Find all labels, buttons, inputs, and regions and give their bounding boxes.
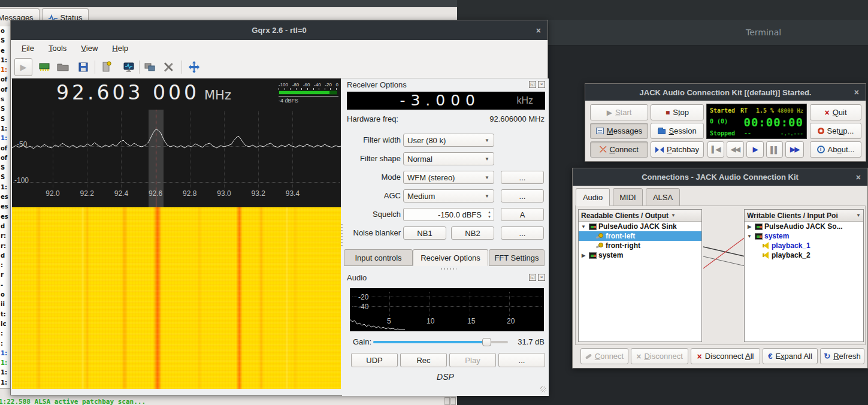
close-icon[interactable]: × — [856, 173, 861, 182]
resize-grip[interactable] — [540, 386, 546, 392]
writable-clients-header[interactable]: Writable Clients / Input Poi▼ — [745, 210, 863, 222]
tools-icon[interactable] — [162, 61, 175, 74]
squelch-auto-button[interactable]: A — [501, 208, 544, 221]
readable-clients-header[interactable]: Readable Clients / Output▼ — [579, 210, 701, 222]
transport-forward-button[interactable]: ▶▶ — [785, 141, 804, 158]
tree-item-system[interactable]: ▼system — [745, 231, 863, 241]
about-button[interactable]: iAbout... — [810, 141, 861, 158]
mode-combo[interactable]: WFM (stereo)▼ — [403, 171, 494, 184]
open-folder-icon[interactable] — [56, 61, 69, 74]
messages-button[interactable]: Messages — [590, 123, 648, 139]
offset-value[interactable]: -3.000 — [400, 92, 480, 109]
gqrx-menubar: FileToolsViewHelp — [11, 40, 548, 56]
filter-width-combo[interactable]: User (80 k)▼ — [403, 134, 494, 147]
tab-receiver-options[interactable]: Receiver Options — [413, 249, 488, 266]
disconnect-all-button[interactable]: ×Disconnect All — [691, 348, 760, 364]
readable-clients-tree[interactable]: Readable Clients / Output▼ ▼PulseAudio J… — [578, 209, 702, 342]
expander-icon[interactable]: ▶ — [580, 253, 587, 258]
save-icon[interactable] — [77, 61, 90, 74]
connections-titlebar[interactable]: Connections - JACK Audio Connection Kit … — [573, 168, 867, 186]
expander-icon[interactable]: ▶ — [746, 224, 753, 229]
scrollbar-corner[interactable] — [444, 397, 456, 405]
disconnect-button[interactable]: ×Disconnect — [631, 348, 688, 364]
float-audio-icon[interactable]: ◱ — [529, 274, 536, 281]
stop-button[interactable]: ■Stop — [651, 104, 704, 120]
audio-spectrum[interactable]: -20-405101520 — [350, 288, 544, 331]
menu-tools[interactable]: Tools — [49, 44, 66, 53]
filter-width-label: Filter width — [343, 135, 401, 144]
waterfall-display[interactable] — [12, 207, 341, 389]
panel-splitter[interactable] — [341, 222, 343, 246]
nb1-button[interactable]: NB1 — [403, 226, 446, 240]
session-button[interactable]: Session — [651, 123, 704, 139]
transport-bbt: -- — [744, 130, 751, 137]
dsp-load: 1.5 % — [756, 107, 774, 114]
start-button[interactable]: ▶Start — [590, 104, 648, 120]
close-icon[interactable]: × — [854, 87, 859, 97]
transport-pause-button[interactable]: ▌▌ — [766, 141, 783, 158]
tree-item-pulseaudio-jack-sink[interactable]: ▼PulseAudio JACK Sink — [579, 222, 701, 231]
jack-window: JACK Audio Connection Kit [(default)] St… — [585, 83, 866, 162]
menu-help[interactable]: Help — [112, 44, 128, 53]
tree-item-playback-1[interactable]: playback_1 — [745, 241, 863, 250]
gqrx-toolbar: ▶ — [11, 56, 548, 78]
device-icon[interactable] — [38, 61, 51, 74]
close-icon[interactable]: × — [536, 26, 541, 35]
bookmark-icon[interactable] — [99, 61, 113, 74]
gain-slider[interactable] — [373, 341, 508, 343]
spectrum-plot[interactable]: 92.603 000 MHz -100-80-60-40-200 -4 dBFS… — [12, 78, 341, 207]
tree-item-pulseaudio-jack-so-[interactable]: ▶PulseAudio JACK So... — [745, 222, 863, 231]
squelch-spinbox[interactable]: -150.0 dBFS ▲▼ — [403, 208, 494, 221]
expand-all-button[interactable]: €Expand All — [763, 348, 818, 364]
client-icon — [589, 223, 597, 230]
connect-button[interactable]: ⤫Connect — [590, 141, 648, 158]
tab-input-controls[interactable]: Input controls — [344, 249, 413, 266]
iq-recorder-icon[interactable] — [122, 61, 135, 74]
setup-button[interactable]: Setup... — [810, 123, 861, 139]
gqrx-titlebar[interactable]: Gqrx 2.6 - rtl=0 × — [11, 20, 548, 40]
remote-control-icon[interactable] — [143, 61, 156, 74]
nb2-button[interactable]: NB2 — [451, 226, 494, 240]
menu-view[interactable]: View — [81, 44, 98, 53]
mode-options-button[interactable]: ... — [501, 171, 544, 184]
transport-rewind-button[interactable]: ◀◀ — [727, 141, 744, 158]
audio-rec-button[interactable]: Rec — [400, 353, 447, 367]
filter-shape-combo[interactable]: Normal▼ — [403, 152, 494, 165]
patchbay-button[interactable]: Patchbay — [651, 141, 704, 158]
tree-item-front-right[interactable]: front-right — [579, 241, 701, 250]
spin-arrows-icon[interactable]: ▲▼ — [488, 210, 491, 219]
float-panel-icon[interactable]: ◱ — [529, 81, 536, 88]
transport-rewind-start-button[interactable]: ▌◀ — [707, 141, 724, 158]
tab-audio[interactable]: Audio — [576, 188, 610, 206]
tab-midi[interactable]: MIDI — [613, 188, 643, 206]
audio-play-button[interactable]: Play — [449, 353, 496, 367]
gain-slider-handle[interactable] — [482, 338, 491, 346]
tree-item-playback-2[interactable]: playback_2 — [745, 250, 863, 260]
close-panel-icon[interactable]: × — [538, 81, 545, 88]
refresh-button[interactable]: ↻Refresh — [820, 348, 864, 364]
client-icon — [755, 223, 763, 230]
freq-axis-label: 92.0 — [41, 189, 65, 198]
menu-file[interactable]: File — [22, 44, 34, 53]
agc-options-button[interactable]: ... — [501, 189, 544, 202]
expander-icon[interactable]: ▼ — [580, 224, 587, 229]
audio--button[interactable]: ... — [498, 353, 545, 367]
nb-options-button[interactable]: ... — [501, 226, 544, 240]
quit-button[interactable]: ×Quit — [810, 104, 861, 120]
waterfall-streak — [122, 207, 128, 389]
audio-udp-button[interactable]: UDP — [351, 353, 398, 367]
transport-play-button[interactable]: ▶ — [746, 141, 764, 158]
move-icon[interactable] — [187, 61, 201, 74]
offset-lcd[interactable]: -3.000 kHz — [347, 92, 545, 110]
expander-icon[interactable]: ▼ — [746, 234, 753, 239]
writable-clients-tree[interactable]: Writable Clients / Input Poi▼ ▶PulseAudi… — [744, 209, 864, 342]
tree-item-system[interactable]: ▶system — [579, 250, 701, 260]
close-audio-icon[interactable]: × — [538, 274, 545, 281]
start-dsp-button[interactable]: ▶ — [14, 58, 32, 76]
tab-alsa[interactable]: ALSA — [646, 188, 680, 206]
jack-titlebar[interactable]: JACK Audio Connection Kit [(default)] St… — [585, 84, 866, 101]
tree-item-front-left[interactable]: front-left — [579, 231, 701, 241]
connect-button[interactable]: Connect — [580, 348, 628, 364]
tab-fft-settings[interactable]: FFT Settings — [489, 249, 545, 266]
agc-combo[interactable]: Medium▼ — [403, 189, 494, 202]
